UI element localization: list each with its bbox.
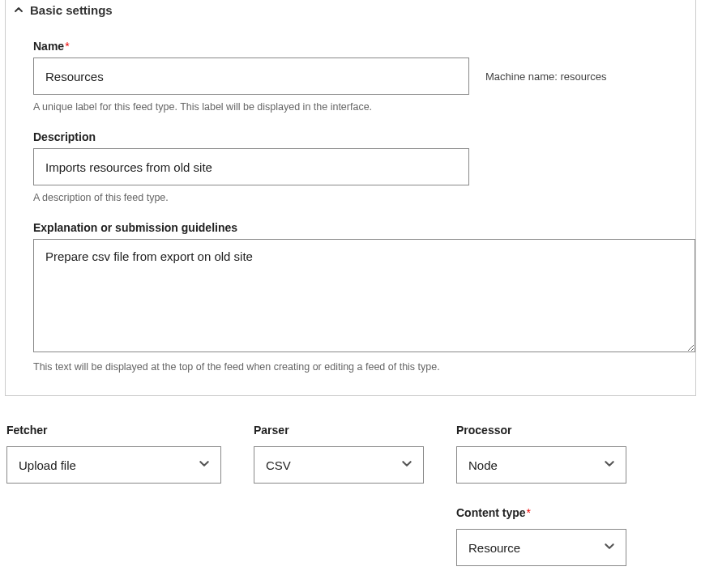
explanation-field: Explanation or submission guidelines Thi… [33, 221, 668, 373]
required-marker: * [65, 40, 69, 53]
panel-toggle[interactable]: Basic settings [6, 0, 695, 20]
description-label: Description [33, 130, 96, 143]
machine-name-prefix: Machine name: [485, 70, 561, 83]
name-input[interactable] [33, 58, 469, 95]
processor-label: Processor [456, 424, 626, 437]
parser-field: Parser CSV [254, 424, 424, 566]
explanation-label: Explanation or submission guidelines [33, 221, 237, 234]
machine-name: Machine name: resources [485, 70, 607, 83]
machine-name-value: resources [561, 70, 607, 83]
content-type-field: Content type* Resource [456, 506, 626, 566]
content-type-label: Content type [456, 506, 526, 519]
selectors-row: Fetcher Upload file Parser CSV Processor… [0, 396, 701, 566]
fetcher-label: Fetcher [6, 424, 221, 437]
explanation-textarea[interactable] [33, 239, 695, 352]
panel-title: Basic settings [30, 3, 113, 17]
fetcher-field: Fetcher Upload file [6, 424, 221, 566]
required-marker: * [527, 506, 531, 519]
chevron-up-icon [14, 5, 24, 16]
panel-body: Name* Machine name: resources A unique l… [6, 20, 695, 373]
parser-select[interactable]: CSV [254, 446, 424, 484]
description-field: Description A description of this feed t… [33, 130, 668, 203]
fetcher-selected: Upload file [19, 458, 76, 472]
content-type-selected: Resource [468, 541, 520, 555]
parser-label: Parser [254, 424, 424, 437]
description-input[interactable] [33, 148, 469, 185]
content-type-select[interactable]: Resource [456, 529, 626, 566]
processor-selected: Node [468, 458, 498, 472]
name-field: Name* Machine name: resources A unique l… [33, 40, 668, 113]
name-label: Name [33, 40, 64, 53]
parser-selected: CSV [266, 458, 291, 472]
processor-select[interactable]: Node [456, 446, 626, 484]
description-help: A description of this feed type. [33, 192, 668, 203]
processor-field: Processor Node Content type* Resource [456, 424, 626, 566]
name-help: A unique label for this feed type. This … [33, 101, 668, 113]
explanation-help: This text will be displayed at the top o… [33, 361, 668, 373]
fetcher-select[interactable]: Upload file [6, 446, 221, 484]
basic-settings-panel: Basic settings Name* Machine name: resou… [5, 0, 696, 396]
